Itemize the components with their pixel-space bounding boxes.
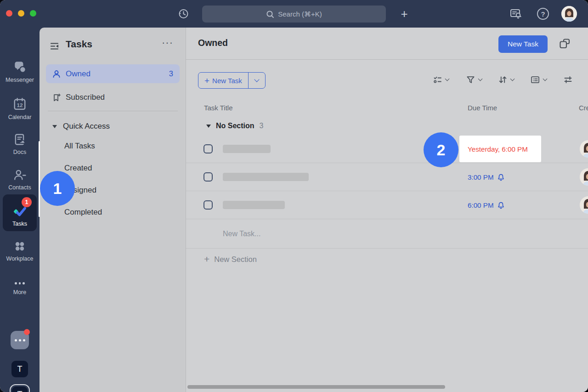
sidebar-item-workplace[interactable]: Workplace	[0, 240, 40, 262]
user-avatar[interactable]	[561, 6, 577, 22]
section-count: 3	[260, 122, 264, 130]
sidebar-item-tasks[interactable]: Tasks 1	[3, 194, 37, 231]
messenger-icon	[13, 61, 27, 74]
triangle-down-icon	[206, 125, 211, 128]
more-dots-icon	[15, 282, 25, 284]
column-creator: Cre	[579, 104, 588, 112]
divider	[48, 111, 178, 111]
creator-avatar	[580, 196, 588, 214]
search-input[interactable]: Search (⌘+K)	[202, 6, 386, 23]
bookmark-plus-icon	[52, 93, 61, 102]
notification-dot	[24, 329, 30, 335]
sort-button[interactable]	[498, 75, 514, 84]
tutorial-step-2-badge: 2	[424, 132, 458, 167]
due-time-cell[interactable]: 6:00 PM	[468, 191, 504, 219]
section-header[interactable]: No Section 3	[206, 119, 263, 133]
new-section-button[interactable]: + New Section	[204, 254, 257, 265]
person-icon	[52, 70, 61, 78]
triangle-down-icon	[52, 125, 57, 128]
new-task-dropdown[interactable]	[249, 73, 265, 88]
sidebar-item-messenger[interactable]: Messenger	[0, 61, 40, 83]
task-row[interactable]: 3:00 PM	[186, 163, 588, 191]
quick-access-header[interactable]: Quick Access	[52, 122, 110, 131]
announcement-icon[interactable]	[509, 7, 523, 20]
task-row[interactable]: 6:00 PM	[186, 191, 588, 219]
tutorial-spotlight-edge	[39, 141, 40, 217]
view-owned[interactable]: Owned 3	[46, 64, 180, 83]
new-window-plus-button[interactable]: +	[397, 6, 412, 21]
owned-count: 3	[169, 69, 173, 78]
sidebar-item-contacts[interactable]: Contacts	[0, 169, 40, 191]
panel-more-button[interactable]: ···	[162, 37, 173, 49]
fields-button[interactable]	[531, 75, 547, 84]
creator-avatar	[580, 140, 588, 158]
workspace-avatar-1[interactable]: T	[11, 361, 28, 377]
open-in-new-icon[interactable]	[559, 38, 571, 49]
tutorial-step-1-badge: 1	[40, 171, 75, 206]
column-task-title: Task Title	[204, 104, 233, 112]
view-subscribed[interactable]: Subscribed	[46, 88, 180, 107]
task-list: Yesterday, 6:00 PM 3:00 PM	[186, 135, 588, 219]
close-button[interactable]	[6, 10, 12, 17]
page-title: Owned	[198, 38, 228, 48]
titlebar: Search (⌘+K) + ?	[0, 0, 588, 28]
new-task-split-main[interactable]: + New Task	[198, 73, 248, 88]
contacts-icon	[13, 169, 26, 182]
help-button[interactable]: ?	[536, 7, 550, 21]
svg-text:12: 12	[17, 102, 23, 108]
task-row[interactable]: Yesterday, 6:00 PM	[186, 135, 588, 163]
plus-icon: +	[204, 76, 209, 85]
quick-access-all-tasks[interactable]: All Tasks	[64, 141, 95, 152]
task-checkbox[interactable]	[204, 172, 213, 182]
tasks-badge: 1	[22, 197, 32, 207]
sidebar-item-docs[interactable]: Docs	[0, 133, 40, 155]
creator-avatar	[580, 168, 588, 186]
horizontal-scrollbar[interactable]	[187, 385, 445, 389]
calendar-icon: 12	[13, 97, 27, 111]
task-title-placeholder	[223, 201, 285, 209]
new-task-button[interactable]: New Task	[498, 35, 548, 53]
panel-title: Tasks	[66, 39, 92, 50]
sidebar-item-more[interactable]: More	[0, 278, 40, 295]
column-due-time: Due Time	[468, 104, 497, 112]
new-task-inline-input[interactable]: New Task...	[186, 219, 588, 249]
app-window: Search (⌘+K) + ?	[0, 0, 588, 392]
main-header: Owned New Task	[186, 28, 588, 60]
search-icon	[266, 10, 274, 18]
docs-icon	[13, 133, 26, 146]
due-time-cell[interactable]: 3:00 PM	[468, 163, 504, 191]
zoom-button[interactable]	[30, 10, 36, 17]
sidebar-item-calendar[interactable]: 12 Calendar	[0, 97, 40, 120]
main-content: Owned New Task + New Task	[186, 28, 588, 392]
task-title-placeholder	[223, 173, 309, 181]
workspace-avatar-2-selected[interactable]: T	[10, 384, 30, 392]
plus-icon: +	[401, 7, 407, 21]
workplace-icon	[13, 240, 26, 253]
history-icon[interactable]	[177, 7, 190, 20]
plus-icon: +	[204, 254, 209, 265]
settings-sliders-button[interactable]	[564, 75, 572, 84]
quick-access-completed[interactable]: Completed	[64, 207, 102, 218]
app-sidebar: Messenger 12 Calendar Docs	[0, 28, 40, 392]
traffic-lights	[6, 10, 36, 17]
search-placeholder: Search (⌘+K)	[278, 10, 322, 18]
reminder-bell-icon	[498, 202, 504, 209]
collapse-sidebar-icon[interactable]	[50, 41, 59, 51]
task-title-placeholder	[223, 145, 271, 153]
group-by-button[interactable]	[433, 75, 449, 84]
quick-access-created[interactable]: Created	[64, 163, 92, 174]
minimize-button[interactable]	[18, 10, 24, 17]
tasks-panel: Tasks ··· Owned 3 Subscribed	[40, 28, 186, 392]
reminder-bell-icon	[498, 174, 504, 181]
task-checkbox[interactable]	[204, 200, 213, 210]
filter-button[interactable]	[466, 75, 482, 84]
help-icon: ?	[537, 8, 549, 20]
task-checkbox[interactable]	[204, 144, 213, 153]
new-task-split-button[interactable]: + New Task	[198, 72, 266, 89]
due-time-cell[interactable]: Yesterday, 6:00 PM	[468, 135, 528, 163]
